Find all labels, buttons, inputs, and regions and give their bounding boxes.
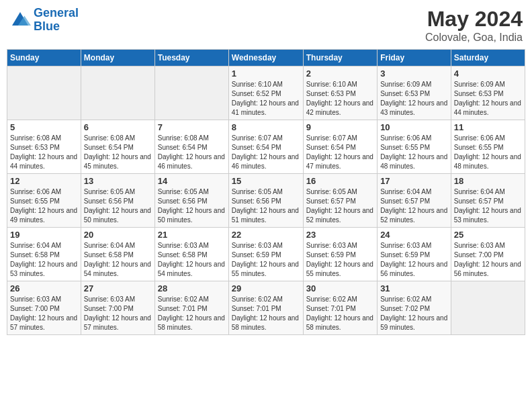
day-info: Sunrise: 6:03 AM Sunset: 7:00 PM Dayligh… xyxy=(84,295,152,332)
day-number: 24 xyxy=(380,230,448,240)
day-number: 12 xyxy=(10,176,78,186)
calendar-day-cell: 16Sunrise: 6:05 AM Sunset: 6:57 PM Dayli… xyxy=(303,174,377,228)
calendar-day-cell: 22Sunrise: 6:03 AM Sunset: 6:59 PM Dayli… xyxy=(228,228,303,281)
day-number: 21 xyxy=(158,230,226,240)
day-info: Sunrise: 6:06 AM Sunset: 6:55 PM Dayligh… xyxy=(454,134,522,171)
day-number: 31 xyxy=(380,283,448,293)
logo-text: General Blue xyxy=(34,7,79,34)
day-info: Sunrise: 6:06 AM Sunset: 6:55 PM Dayligh… xyxy=(10,187,78,225)
day-info: Sunrise: 6:09 AM Sunset: 6:53 PM Dayligh… xyxy=(454,80,522,118)
day-info: Sunrise: 6:03 AM Sunset: 7:00 PM Dayligh… xyxy=(454,241,522,279)
day-info: Sunrise: 6:02 AM Sunset: 7:01 PM Dayligh… xyxy=(158,295,226,332)
day-info: Sunrise: 6:08 AM Sunset: 6:53 PM Dayligh… xyxy=(10,134,78,171)
day-number: 4 xyxy=(454,68,522,79)
day-number: 26 xyxy=(10,283,78,293)
calendar-day-cell: 13Sunrise: 6:05 AM Sunset: 6:56 PM Dayli… xyxy=(81,174,154,228)
calendar-day-cell: 6Sunrise: 6:08 AM Sunset: 6:54 PM Daylig… xyxy=(81,120,154,174)
day-number: 8 xyxy=(232,122,300,132)
day-number: 28 xyxy=(158,283,226,293)
day-number: 20 xyxy=(84,230,152,240)
calendar-day-cell: 1Sunrise: 6:10 AM Sunset: 6:52 PM Daylig… xyxy=(228,66,303,120)
calendar-day-cell: 17Sunrise: 6:04 AM Sunset: 6:57 PM Dayli… xyxy=(378,174,451,228)
calendar-week-2: 5Sunrise: 6:08 AM Sunset: 6:53 PM Daylig… xyxy=(7,120,525,174)
day-info: Sunrise: 6:02 AM Sunset: 7:01 PM Dayligh… xyxy=(306,295,374,332)
day-number: 9 xyxy=(306,122,374,132)
calendar-table: SundayMondayTuesdayWednesdayThursdayFrid… xyxy=(7,49,525,335)
calendar-day-cell: 27Sunrise: 6:03 AM Sunset: 7:00 PM Dayli… xyxy=(81,281,154,335)
calendar-day-cell: 4Sunrise: 6:09 AM Sunset: 6:53 PM Daylig… xyxy=(451,66,525,120)
day-info: Sunrise: 6:04 AM Sunset: 6:57 PM Dayligh… xyxy=(454,187,522,225)
day-number: 19 xyxy=(10,230,78,240)
day-info: Sunrise: 6:03 AM Sunset: 6:59 PM Dayligh… xyxy=(380,241,448,279)
day-number: 22 xyxy=(232,230,300,240)
day-number: 2 xyxy=(306,68,374,79)
day-number: 3 xyxy=(380,68,448,79)
calendar-day-cell: 7Sunrise: 6:08 AM Sunset: 6:54 PM Daylig… xyxy=(154,120,228,174)
calendar-day-cell: 11Sunrise: 6:06 AM Sunset: 6:55 PM Dayli… xyxy=(451,120,525,174)
calendar-day-cell: 9Sunrise: 6:07 AM Sunset: 6:54 PM Daylig… xyxy=(303,120,377,174)
day-number: 15 xyxy=(232,176,300,186)
title-block: May 2024 Colovale, Goa, India xyxy=(425,7,523,44)
calendar-day-cell: 10Sunrise: 6:06 AM Sunset: 6:55 PM Dayli… xyxy=(378,120,451,174)
day-info: Sunrise: 6:03 AM Sunset: 7:00 PM Dayligh… xyxy=(10,295,78,332)
calendar-day-cell: 26Sunrise: 6:03 AM Sunset: 7:00 PM Dayli… xyxy=(7,281,81,335)
calendar-day-cell xyxy=(154,66,228,120)
day-number: 30 xyxy=(306,283,374,293)
calendar-day-cell: 8Sunrise: 6:07 AM Sunset: 6:54 PM Daylig… xyxy=(228,120,303,174)
day-number: 6 xyxy=(84,122,152,132)
calendar-day-cell: 12Sunrise: 6:06 AM Sunset: 6:55 PM Dayli… xyxy=(7,174,81,228)
day-info: Sunrise: 6:04 AM Sunset: 6:57 PM Dayligh… xyxy=(380,187,448,225)
day-info: Sunrise: 6:10 AM Sunset: 6:53 PM Dayligh… xyxy=(306,80,374,118)
day-info: Sunrise: 6:08 AM Sunset: 6:54 PM Dayligh… xyxy=(84,134,152,171)
logo: General Blue xyxy=(9,7,79,34)
day-number: 25 xyxy=(454,230,522,240)
day-info: Sunrise: 6:03 AM Sunset: 6:59 PM Dayligh… xyxy=(232,241,300,279)
day-info: Sunrise: 6:02 AM Sunset: 7:02 PM Dayligh… xyxy=(380,295,448,332)
day-info: Sunrise: 6:05 AM Sunset: 6:56 PM Dayligh… xyxy=(158,187,226,225)
day-info: Sunrise: 6:02 AM Sunset: 7:01 PM Dayligh… xyxy=(232,295,300,332)
calendar-day-cell: 3Sunrise: 6:09 AM Sunset: 6:53 PM Daylig… xyxy=(378,66,451,120)
day-number: 27 xyxy=(84,283,152,293)
calendar-week-3: 12Sunrise: 6:06 AM Sunset: 6:55 PM Dayli… xyxy=(7,174,525,228)
header-cell-thursday: Thursday xyxy=(303,50,377,66)
day-number: 13 xyxy=(84,176,152,186)
header-cell-sunday: Sunday xyxy=(7,50,81,66)
day-number: 5 xyxy=(10,122,78,132)
day-number: 18 xyxy=(454,176,522,186)
calendar-day-cell: 18Sunrise: 6:04 AM Sunset: 6:57 PM Dayli… xyxy=(451,174,525,228)
day-info: Sunrise: 6:05 AM Sunset: 6:57 PM Dayligh… xyxy=(306,187,374,225)
logo-icon xyxy=(9,9,31,31)
calendar-day-cell: 2Sunrise: 6:10 AM Sunset: 6:53 PM Daylig… xyxy=(303,66,377,120)
day-info: Sunrise: 6:03 AM Sunset: 6:58 PM Dayligh… xyxy=(158,241,226,279)
day-number: 17 xyxy=(380,176,448,186)
day-info: Sunrise: 6:06 AM Sunset: 6:55 PM Dayligh… xyxy=(380,134,448,171)
calendar-day-cell: 28Sunrise: 6:02 AM Sunset: 7:01 PM Dayli… xyxy=(154,281,228,335)
day-info: Sunrise: 6:09 AM Sunset: 6:53 PM Dayligh… xyxy=(380,80,448,118)
day-number: 14 xyxy=(158,176,226,186)
day-number: 10 xyxy=(380,122,448,132)
day-info: Sunrise: 6:04 AM Sunset: 6:58 PM Dayligh… xyxy=(10,241,78,279)
day-info: Sunrise: 6:07 AM Sunset: 6:54 PM Dayligh… xyxy=(232,134,300,171)
day-number: 1 xyxy=(232,68,300,79)
calendar-day-cell: 20Sunrise: 6:04 AM Sunset: 6:58 PM Dayli… xyxy=(81,228,154,281)
calendar-day-cell: 21Sunrise: 6:03 AM Sunset: 6:58 PM Dayli… xyxy=(154,228,228,281)
calendar-day-cell xyxy=(7,66,81,120)
logo-name-part1: General xyxy=(34,6,79,19)
day-number: 11 xyxy=(454,122,522,132)
day-number: 16 xyxy=(306,176,374,186)
calendar-header-row: SundayMondayTuesdayWednesdayThursdayFrid… xyxy=(7,50,525,66)
calendar-day-cell: 30Sunrise: 6:02 AM Sunset: 7:01 PM Dayli… xyxy=(303,281,377,335)
calendar-day-cell: 24Sunrise: 6:03 AM Sunset: 6:59 PM Dayli… xyxy=(378,228,451,281)
calendar-day-cell: 15Sunrise: 6:05 AM Sunset: 6:56 PM Dayli… xyxy=(228,174,303,228)
header-cell-tuesday: Tuesday xyxy=(154,50,228,66)
header-cell-wednesday: Wednesday xyxy=(228,50,303,66)
day-number: 23 xyxy=(306,230,374,240)
calendar-week-5: 26Sunrise: 6:03 AM Sunset: 7:00 PM Dayli… xyxy=(7,281,525,335)
day-number: 7 xyxy=(158,122,226,132)
calendar-day-cell: 5Sunrise: 6:08 AM Sunset: 6:53 PM Daylig… xyxy=(7,120,81,174)
day-info: Sunrise: 6:08 AM Sunset: 6:54 PM Dayligh… xyxy=(158,134,226,171)
calendar-body: 1Sunrise: 6:10 AM Sunset: 6:52 PM Daylig… xyxy=(7,66,525,335)
calendar-week-4: 19Sunrise: 6:04 AM Sunset: 6:58 PM Dayli… xyxy=(7,228,525,281)
header-cell-friday: Friday xyxy=(378,50,451,66)
calendar-day-cell xyxy=(451,281,525,335)
